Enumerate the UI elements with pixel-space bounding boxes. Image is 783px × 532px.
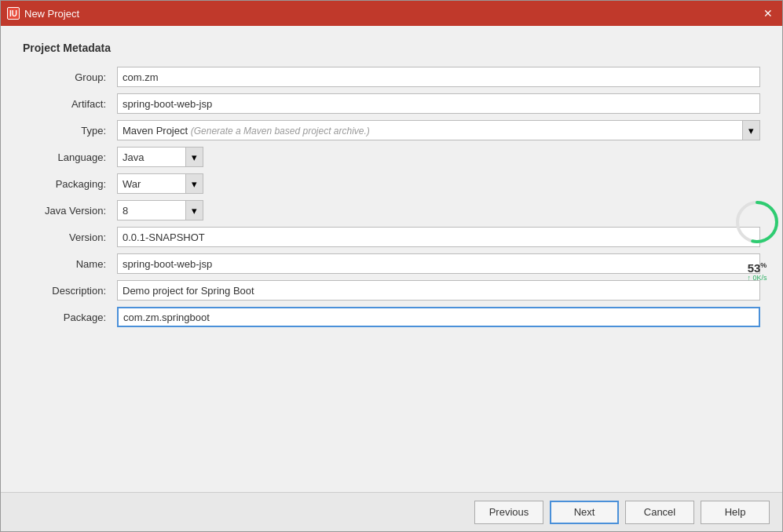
group-input[interactable]: [117, 67, 760, 87]
version-label: Version:: [23, 231, 109, 243]
type-select-text: Maven Project (Generate a Maven based pr…: [118, 123, 742, 138]
language-select-arrow[interactable]: ▾: [185, 148, 203, 166]
progress-indicator: 53% ↑ 0K/s: [734, 199, 781, 246]
packaging-select-text: War: [118, 177, 185, 191]
artifact-input[interactable]: [117, 93, 760, 114]
language-select-text: Java: [118, 150, 185, 165]
cancel-button[interactable]: Cancel: [625, 501, 694, 524]
name-label: Name:: [23, 258, 109, 270]
form-grid: Group: Artifact: Type: Maven Project (Ge…: [23, 67, 760, 327]
language-label: Language:: [23, 151, 109, 163]
bottom-bar: Previous Next Cancel Help: [1, 492, 782, 531]
packaging-select-arrow[interactable]: ▾: [185, 174, 203, 193]
type-select-arrow[interactable]: ▾: [742, 121, 759, 140]
next-button[interactable]: Next: [550, 501, 619, 524]
java-version-label: Java Version:: [23, 205, 109, 217]
java-version-select-arrow[interactable]: ▾: [185, 201, 203, 220]
packaging-label: Packaging:: [23, 178, 109, 190]
description-label: Description:: [23, 285, 109, 297]
dialog-content: Project Metadata Group: Artifact: Type: …: [1, 26, 782, 492]
language-select[interactable]: Java ▾: [117, 147, 203, 167]
packaging-select[interactable]: War ▾: [117, 173, 203, 194]
progress-text: 53% ↑ 0K/s: [734, 248, 781, 295]
java-version-select-text: 8: [118, 203, 185, 218]
name-input[interactable]: [117, 253, 760, 274]
new-project-window: IU New Project ✕ Project Metadata Group:…: [0, 0, 783, 532]
close-button[interactable]: ✕: [760, 5, 776, 21]
app-icon: IU: [7, 7, 20, 20]
previous-button[interactable]: Previous: [474, 501, 543, 524]
type-select[interactable]: Maven Project (Generate a Maven based pr…: [117, 120, 760, 140]
title-bar: IU New Project ✕: [1, 1, 782, 26]
java-version-select[interactable]: 8 ▾: [117, 200, 203, 220]
window-title: New Project: [24, 8, 760, 20]
description-input[interactable]: [117, 280, 760, 301]
artifact-label: Artifact:: [23, 98, 109, 110]
help-button[interactable]: Help: [701, 501, 770, 524]
section-title: Project Metadata: [23, 42, 760, 54]
type-label: Type:: [23, 125, 109, 137]
package-label: Package:: [23, 312, 109, 323]
group-label: Group:: [23, 71, 109, 83]
package-input[interactable]: [117, 307, 760, 327]
version-input[interactable]: [117, 227, 760, 247]
